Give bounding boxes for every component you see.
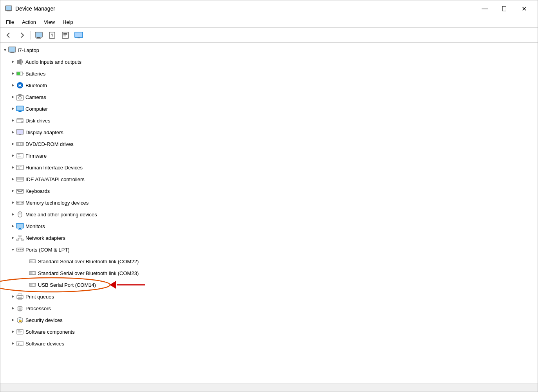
- svg-rect-60: [20, 166, 22, 167]
- tree-item-network[interactable]: Network adapters: [0, 232, 538, 244]
- svg-rect-86: [17, 224, 23, 228]
- properties-button[interactable]: [60, 30, 71, 41]
- svg-rect-32: [16, 95, 23, 100]
- forward-button[interactable]: [16, 30, 28, 41]
- tree-item-com23[interactable]: Standard Serial over Bluetooth link (COM…: [0, 267, 538, 279]
- svg-marker-40: [12, 119, 14, 122]
- back-button[interactable]: [3, 30, 14, 41]
- tree-item-monitors[interactable]: Monitors: [0, 220, 538, 232]
- svg-rect-26: [23, 73, 23, 74]
- expand-btn-print[interactable]: [10, 293, 16, 300]
- tree-item-firmware[interactable]: Firmware: [0, 150, 538, 162]
- screen-button[interactable]: [73, 30, 85, 41]
- svg-rect-19: [11, 52, 14, 53]
- tree-item-ide[interactable]: IDE ATA/ATAPI controllers: [0, 173, 538, 185]
- svg-rect-39: [18, 111, 22, 112]
- display-icon: [16, 128, 24, 136]
- tree-item-memory[interactable]: Memory technology devices: [0, 197, 538, 209]
- menu-view[interactable]: View: [40, 18, 59, 26]
- minimize-button[interactable]: —: [476, 3, 494, 14]
- svg-rect-15: [78, 38, 80, 38]
- tree-item-batteries[interactable]: Batteries: [0, 68, 538, 79]
- svg-line-95: [20, 238, 23, 239]
- expand-btn-disk[interactable]: [10, 117, 16, 124]
- tree-item-cameras[interactable]: Cameras: [0, 91, 538, 103]
- expand-btn-ports[interactable]: [10, 246, 16, 253]
- tree-item-security[interactable]: 🔒Security devices: [0, 314, 538, 326]
- svg-marker-24: [12, 72, 14, 75]
- expand-btn-monitors[interactable]: [10, 223, 16, 229]
- tree-label-mice: Mice and other pointing devices: [25, 212, 97, 218]
- tree-item-print[interactable]: Print queues: [0, 291, 538, 302]
- svg-marker-139: [12, 342, 14, 345]
- expand-btn-processors[interactable]: [10, 305, 16, 311]
- svg-marker-23: [19, 59, 22, 65]
- svg-rect-101: [29, 260, 36, 263]
- tree-label-ports: Ports (COM & LPT): [25, 247, 70, 253]
- tree-item-dvd[interactable]: DVD/CD-ROM drives: [0, 138, 538, 150]
- expand-btn-computer[interactable]: [10, 106, 16, 112]
- software-icon: [16, 328, 24, 336]
- svg-rect-2: [6, 6, 11, 10]
- svg-rect-58: [16, 165, 23, 170]
- expand-btn-cameras[interactable]: [10, 94, 16, 100]
- tree-item-software[interactable]: Software components: [0, 326, 538, 338]
- svg-rect-34: [18, 94, 22, 95]
- expand-btn-audio[interactable]: [10, 59, 16, 65]
- expand-btn-memory[interactable]: [10, 200, 16, 206]
- svg-rect-27: [17, 72, 20, 75]
- window-controls: — ⎕ ✕: [476, 3, 533, 14]
- tree-item-processors[interactable]: Processors: [0, 302, 538, 314]
- processor-icon: [16, 304, 24, 312]
- close-button[interactable]: ✕: [515, 3, 533, 14]
- tree-item-usbserial[interactable]: USB Serial Port (COM14): [0, 279, 538, 291]
- tree-label-audio: Audio inputs and outputs: [25, 59, 81, 65]
- expand-btn-dvd[interactable]: [10, 141, 16, 147]
- expand-btn-security[interactable]: [10, 317, 16, 323]
- menu-file[interactable]: File: [2, 18, 18, 26]
- tree-item-keyboards[interactable]: Keyboards: [0, 185, 538, 197]
- expand-btn-network[interactable]: [10, 235, 16, 241]
- expand-btn-display[interactable]: [10, 129, 16, 135]
- computer-button[interactable]: [33, 30, 45, 41]
- tree-label-disk: Disk drives: [25, 118, 51, 124]
- tree-item-disk[interactable]: Disk drives: [0, 115, 538, 126]
- tree-label-display: Display adapters: [25, 129, 63, 135]
- expand-btn-ide[interactable]: [10, 176, 16, 182]
- svg-rect-10: [63, 33, 67, 34]
- tree-item-ports[interactable]: Ports (COM & LPT): [0, 244, 538, 255]
- tree-label-cameras: Cameras: [25, 94, 46, 100]
- expand-btn-keyboards[interactable]: [10, 188, 16, 194]
- svg-point-120: [22, 297, 22, 297]
- menu-help[interactable]: Help: [59, 18, 77, 26]
- expand-btn-firmware[interactable]: [10, 153, 16, 159]
- expand-btn-software[interactable]: [10, 329, 16, 335]
- svg-rect-92: [22, 239, 23, 241]
- expand-btn-mice[interactable]: [10, 211, 16, 218]
- device-tree[interactable]: I7-LaptopAudio inputs and outputsBatteri…: [0, 43, 538, 383]
- svg-line-94: [18, 238, 20, 239]
- svg-rect-18: [9, 47, 15, 52]
- expand-btn-softdev[interactable]: [10, 340, 16, 347]
- svg-marker-16: [4, 49, 6, 51]
- security-icon: 🔒: [16, 316, 24, 324]
- expand-btn-hid[interactable]: [10, 164, 16, 171]
- tree-item-audio[interactable]: Audio inputs and outputs: [0, 56, 538, 68]
- svg-rect-137: [18, 331, 22, 332]
- tree-label-usbserial: USB Serial Port (COM14): [38, 282, 96, 288]
- tree-item-hid[interactable]: Human Interface Devices: [0, 162, 538, 173]
- tree-item-bluetooth[interactable]: BBluetooth: [0, 79, 538, 91]
- expand-btn-laptop[interactable]: [2, 47, 8, 53]
- tree-item-mice[interactable]: Mice and other pointing devices: [0, 209, 538, 220]
- expand-btn-batteries[interactable]: [10, 70, 16, 77]
- help-button[interactable]: ?: [46, 30, 58, 41]
- tree-item-display[interactable]: Display adapters: [0, 126, 538, 138]
- menu-action[interactable]: Action: [18, 18, 40, 26]
- tree-item-softdev[interactable]: Software devices: [0, 338, 538, 349]
- tree-item-computer[interactable]: Computer: [0, 103, 538, 115]
- tree-item-laptop[interactable]: I7-Laptop: [0, 44, 538, 56]
- expand-btn-bluetooth[interactable]: [10, 82, 16, 88]
- maximize-button[interactable]: ⎕: [495, 3, 513, 14]
- svg-text:?: ?: [51, 33, 54, 38]
- tree-item-com22[interactable]: Standard Serial over Bluetooth link (COM…: [0, 255, 538, 267]
